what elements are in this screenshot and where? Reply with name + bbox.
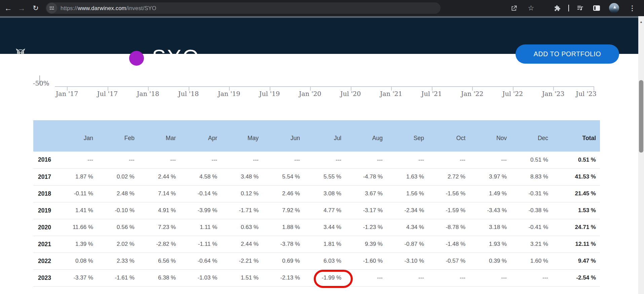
- return-cell-2019-jul: 4.77 %: [304, 202, 345, 219]
- return-cell-2021-apr: -1.11 %: [180, 236, 221, 253]
- total-cell-2023: -2.54 %: [552, 269, 600, 286]
- axis-tick-label: Jan '21: [380, 90, 403, 97]
- return-cell-2019-apr: -3.99 %: [180, 202, 221, 219]
- return-cell-2022-mar: 6.56 %: [139, 253, 180, 269]
- column-header-mar: Mar: [139, 120, 180, 152]
- return-cell-2020-oct: -8.78 %: [428, 219, 469, 236]
- return-cell-2020-mar: 7.23 %: [139, 219, 180, 236]
- side-panel-icon[interactable]: [591, 0, 603, 16]
- url-bar[interactable]: https://www.darwinex.com/invest/SYO: [46, 2, 441, 14]
- url-path: /invest/SYO: [126, 5, 156, 11]
- column-header-nov: Nov: [469, 120, 511, 152]
- return-cell-2021-jul: 1.81 %: [304, 236, 345, 253]
- table-row-2018: 2018-0.11 %2.48 %7.14 %-0.14 %0.12 %2.46…: [33, 185, 600, 202]
- return-cell-2016-jun: ---: [263, 152, 304, 168]
- return-cell-2021-feb: 2.02 %: [97, 236, 139, 253]
- return-cell-2016-may: ---: [221, 152, 263, 168]
- return-cell-2020-jul: 3.44 %: [304, 219, 345, 236]
- axis-tick-label: Jul '20: [340, 90, 361, 97]
- table-row-2017: 20171.87 %0.02 %2.44 %4.58 %3.48 %5.54 %…: [33, 168, 600, 185]
- return-cell-2019-mar: 4.91 %: [139, 202, 180, 219]
- tune-icon: [49, 5, 55, 11]
- return-cell-2023-mar: 6.38 %: [139, 269, 180, 286]
- scrollbar-up-arrow[interactable]: ▲: [638, 20, 644, 24]
- return-cell-2021-oct: -1.48 %: [428, 236, 469, 253]
- column-header-jul: Jul: [304, 120, 345, 152]
- menu-kebab-icon[interactable]: ⋮: [626, 0, 638, 16]
- year-cell: 2016: [33, 152, 60, 168]
- return-cell-2020-jan: 11.66 %: [60, 219, 97, 236]
- return-cell-2019-jun: 7.92 %: [263, 202, 304, 219]
- return-cell-2016-jan: ---: [60, 152, 97, 168]
- year-cell: 2017: [33, 168, 60, 185]
- asset-title: SYO: [152, 46, 200, 68]
- return-cell-2023-jun: -2.13 %: [263, 269, 304, 286]
- returns-table-body: 2016---------------------------------0.5…: [33, 152, 600, 286]
- return-cell-2018-sep: 1.56 %: [387, 185, 428, 202]
- total-cell-2017: 41.53 %: [552, 168, 600, 185]
- return-cell-2023-may: 1.51 %: [221, 269, 263, 286]
- table-row-2021: 20211.39 %2.02 %-2.82 %-1.11 %2.44 %-3.7…: [33, 236, 600, 253]
- return-cell-2023-apr: -1.03 %: [180, 269, 221, 286]
- return-cell-2018-nov: 1.49 %: [469, 185, 511, 202]
- axis-tick-label: Jan '18: [137, 90, 159, 97]
- return-cell-2020-apr: 1.11 %: [180, 219, 221, 236]
- total-cell-2016: 0.51 %: [552, 152, 600, 168]
- column-header-jun: Jun: [263, 120, 304, 152]
- return-cell-2022-nov: 0.39 %: [469, 253, 511, 269]
- year-cell: 2022: [33, 253, 60, 269]
- return-cell-2023-nov: ---: [469, 269, 511, 286]
- return-cell-2017-feb: 0.02 %: [97, 168, 139, 185]
- return-cell-2019-jan: 1.41 %: [60, 202, 97, 219]
- year-cell: 2021: [33, 236, 60, 253]
- toolbar-separator: [568, 5, 569, 11]
- return-cell-2022-jun: 0.69 %: [263, 253, 304, 269]
- owl-icon: [14, 48, 27, 66]
- return-cell-2018-dec: -0.31 %: [511, 185, 552, 202]
- column-header-jan: Jan: [60, 120, 97, 152]
- return-cell-2022-oct: -0.57 %: [428, 253, 469, 269]
- add-to-portfolio-button[interactable]: ADD TO PORTFOLIO: [516, 44, 619, 64]
- reload-button[interactable]: ↻: [29, 0, 42, 16]
- forward-button[interactable]: →: [15, 0, 28, 16]
- return-cell-2016-oct: ---: [428, 152, 469, 168]
- return-cell-2021-mar: -2.82 %: [139, 236, 180, 253]
- site-info-icon[interactable]: [46, 3, 57, 13]
- return-cell-2022-jan: 0.08 %: [60, 253, 97, 269]
- return-cell-2018-jan: -0.11 %: [60, 185, 97, 202]
- media-controls-icon[interactable]: [574, 0, 586, 16]
- total-cell-2018: 21.45 %: [552, 185, 600, 202]
- share-icon[interactable]: [508, 0, 520, 16]
- scrollbar-thumb[interactable]: [639, 80, 643, 153]
- axis-tick-label: Jul '18: [178, 90, 199, 97]
- axis-tick-label: Jul '23: [576, 90, 596, 97]
- return-cell-2017-dec: 8.83 %: [511, 168, 552, 185]
- return-cell-2021-jan: 1.39 %: [60, 236, 97, 253]
- return-cell-2018-apr: -0.14 %: [180, 185, 221, 202]
- return-cell-2018-mar: 7.14 %: [139, 185, 180, 202]
- darwinex-logo[interactable]: darwinex: [14, 48, 78, 66]
- return-cell-2018-feb: 2.48 %: [97, 185, 139, 202]
- return-cell-2020-aug: -1.23 %: [345, 219, 387, 236]
- axis-tick-label: Jan '20: [299, 90, 321, 97]
- extensions-puzzle-icon[interactable]: [551, 0, 563, 16]
- back-button[interactable]: ←: [1, 0, 15, 16]
- return-cell-2018-jul: 3.08 %: [304, 185, 345, 202]
- bookmark-star-icon[interactable]: ☆: [525, 0, 537, 16]
- url-host: www.darwinex.com: [78, 5, 126, 11]
- url-scheme: https://: [61, 5, 78, 11]
- axis-tick-label: Jul '17: [97, 90, 118, 97]
- y-axis-tick-label: -50%: [33, 79, 49, 87]
- return-cell-2017-aug: -4.78 %: [345, 168, 387, 185]
- return-cell-2020-feb: 0.56 %: [97, 219, 139, 236]
- column-header-feb: Feb: [97, 120, 139, 152]
- page-scrollbar[interactable]: ▲: [638, 16, 644, 294]
- return-cell-2017-oct: 2.72 %: [428, 168, 469, 185]
- profile-avatar[interactable]: [608, 0, 620, 16]
- column-header-aug: Aug: [345, 120, 387, 152]
- total-cell-2021: 12.11 %: [552, 236, 600, 253]
- return-cell-2021-aug: 9.39 %: [345, 236, 387, 253]
- table-row-2022: 20220.08 %2.33 %6.56 %-0.64 %-2.21 %0.69…: [33, 253, 600, 269]
- axis-tick-label: Jan '19: [218, 90, 240, 97]
- year-cell: 2019: [33, 202, 60, 219]
